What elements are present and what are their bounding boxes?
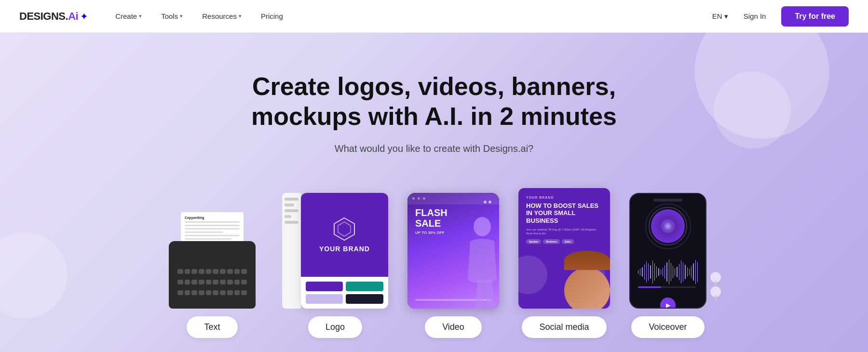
nav-right: EN ▾ Sign In Try for free bbox=[712, 6, 849, 27]
svg-marker-1 bbox=[338, 222, 351, 236]
swatch-teal bbox=[346, 282, 383, 291]
card-social-label: Social media bbox=[522, 316, 606, 338]
cards-row: Copywriting bbox=[72, 188, 796, 338]
voice-progress-bar bbox=[638, 286, 696, 288]
waveform-bar bbox=[638, 270, 638, 274]
chevron-down-icon: ▾ bbox=[180, 13, 183, 19]
chevron-down-icon: ▾ bbox=[139, 13, 142, 19]
swatch-purple bbox=[306, 282, 343, 291]
voice-play-button[interactable]: ▶ bbox=[660, 298, 676, 309]
video-flash-sub: UP TO 30% OFF bbox=[415, 230, 445, 235]
waveform-bar bbox=[669, 259, 669, 284]
nav-resources[interactable]: Resources ▾ bbox=[194, 8, 249, 24]
chevron-down-icon: ▾ bbox=[724, 12, 728, 21]
language-selector[interactable]: EN ▾ bbox=[712, 12, 728, 21]
waveform-bar bbox=[656, 266, 657, 278]
waveform-bar bbox=[691, 266, 692, 278]
waveform-bar bbox=[671, 263, 671, 281]
waveform-bar bbox=[648, 263, 649, 281]
social-tag-speaker: Speaker bbox=[526, 239, 541, 244]
social-visual: YOUR BRAND HOW TO BOOST SALES IN YOUR SM… bbox=[518, 188, 610, 309]
brand-hex-icon bbox=[332, 217, 356, 241]
voice-phone: ▶ bbox=[629, 193, 706, 309]
nav-create[interactable]: Create ▾ bbox=[108, 8, 149, 24]
swatch-light bbox=[306, 294, 343, 304]
waveform-bar bbox=[681, 260, 681, 284]
card-text[interactable]: Copywriting bbox=[162, 212, 263, 338]
waveform-bar bbox=[666, 262, 667, 282]
social-speaker-face bbox=[564, 268, 610, 309]
waveform-bar bbox=[640, 269, 640, 275]
nav-links: Create ▾ Tools ▾ Resources ▾ Pricing bbox=[108, 8, 712, 24]
waveform-bar bbox=[661, 270, 661, 274]
nav-pricing[interactable]: Pricing bbox=[253, 8, 291, 24]
swatch-dark bbox=[346, 294, 383, 304]
chevron-down-icon: ▾ bbox=[239, 13, 242, 19]
brand-name-text: YOUR BRAND bbox=[319, 245, 370, 253]
deco-circle bbox=[0, 232, 68, 319]
voice-circle-visual bbox=[651, 209, 685, 243]
svg-marker-0 bbox=[334, 218, 354, 240]
brand-card: YOUR BRAND bbox=[301, 193, 388, 309]
waveform-bar bbox=[642, 267, 642, 277]
video-corner-dots bbox=[484, 201, 491, 203]
brand-sidebar bbox=[282, 193, 301, 309]
waveform-bar bbox=[654, 263, 655, 281]
video-visual: FLASHSALE UP TO 30% OFF bbox=[407, 193, 499, 309]
waveform-bar bbox=[646, 261, 647, 283]
voice-waveform bbox=[638, 257, 698, 286]
waveform-bar bbox=[650, 265, 651, 279]
card-logo-label: Logo bbox=[308, 316, 362, 338]
social-speaker-hair bbox=[564, 251, 610, 270]
brand-card-top: YOUR BRAND bbox=[301, 193, 388, 277]
waveform-bar bbox=[665, 265, 665, 279]
navbar: DESIGNS.Ai ✦ Create ▾ Tools ▾ Resources … bbox=[0, 0, 868, 33]
brand-outer: YOUR BRAND bbox=[282, 193, 388, 309]
waveform-bar bbox=[697, 262, 698, 282]
waveform-bar bbox=[644, 264, 645, 280]
voice-phone-notch bbox=[653, 199, 682, 202]
video-figure bbox=[451, 212, 499, 309]
waveform-bar bbox=[652, 260, 653, 284]
typewriter-illustration: Copywriting bbox=[162, 212, 263, 309]
logo-visual: YOUR BRAND bbox=[282, 193, 388, 309]
card-voiceover-label: Voiceover bbox=[631, 316, 704, 338]
hero-section: Create logos, videos, banners, mockups w… bbox=[0, 33, 868, 352]
card-voiceover[interactable]: ▶ Voiceover bbox=[629, 193, 706, 338]
waveform-bar bbox=[658, 268, 659, 276]
voice-earbuds bbox=[710, 272, 721, 299]
typewriter-body bbox=[169, 241, 256, 309]
svg-point-2 bbox=[474, 217, 491, 236]
card-social[interactable]: YOUR BRAND HOW TO BOOST SALES IN YOUR SM… bbox=[518, 188, 610, 338]
paper-title: Copywriting bbox=[185, 216, 240, 219]
nav-tools[interactable]: Tools ▾ bbox=[153, 8, 190, 24]
card-logo[interactable]: YOUR BRAND Logo bbox=[282, 193, 388, 338]
logo[interactable]: DESIGNS.Ai ✦ bbox=[19, 10, 88, 23]
social-speaker bbox=[564, 251, 610, 309]
hero-subtitle: What would you like to create with Desig… bbox=[335, 143, 533, 154]
waveform-bar bbox=[663, 268, 663, 276]
social-headline: HOW TO BOOST SALES IN YOUR SMALL BUSINES… bbox=[526, 202, 602, 225]
logo-text: DESIGNS.Ai bbox=[19, 10, 78, 23]
try-free-button[interactable]: Try for free bbox=[781, 6, 849, 27]
voice-earbud-2 bbox=[710, 286, 721, 297]
social-tags: Speaker Business Sales bbox=[526, 239, 602, 244]
waveform-bar bbox=[683, 262, 683, 282]
social-tag-sales: Sales bbox=[562, 239, 574, 244]
brand-color-swatches bbox=[301, 277, 388, 309]
social-tag-business: Business bbox=[543, 239, 559, 244]
waveform-bar bbox=[675, 268, 675, 276]
waveform-bar bbox=[679, 264, 679, 280]
waveform-bar bbox=[673, 266, 673, 278]
sign-in-button[interactable]: Sign In bbox=[736, 8, 774, 24]
hero-title: Create logos, videos, banners, mockups w… bbox=[217, 71, 651, 132]
waveform-bar bbox=[685, 265, 685, 279]
video-card: FLASHSALE UP TO 30% OFF bbox=[407, 193, 499, 309]
card-video[interactable]: FLASHSALE UP TO 30% OFF Video bbox=[407, 193, 499, 338]
social-subtext: Join our webinar 28 Aug @ 7:30pm (GMT +8… bbox=[526, 228, 602, 236]
video-flash-text: FLASHSALE bbox=[415, 207, 448, 229]
voice-controls: ▶ bbox=[630, 298, 705, 309]
waveform-bar bbox=[677, 267, 677, 277]
typewriter-keys bbox=[174, 265, 251, 304]
typewriter-visual: Copywriting bbox=[162, 212, 263, 309]
